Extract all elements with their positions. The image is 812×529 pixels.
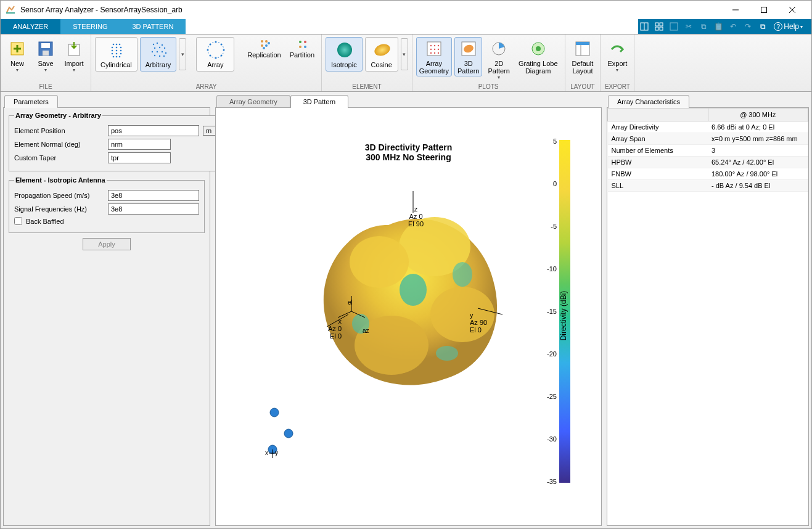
import-button[interactable]: Import▾	[61, 37, 87, 75]
svg-point-62	[299, 41, 301, 43]
apply-button[interactable]: Apply	[83, 238, 131, 250]
svg-point-66	[337, 43, 352, 57]
redo-icon[interactable]: ↷	[742, 20, 754, 33]
colorbar-label: Directivity (dBi)	[560, 291, 568, 341]
svg-point-67	[372, 42, 391, 58]
svg-point-63	[304, 41, 306, 43]
tab-steering[interactable]: STEERING	[60, 19, 120, 34]
array-gallery-dropdown[interactable]: ▾	[179, 38, 186, 70]
element-gallery-dropdown[interactable]: ▾	[401, 38, 408, 70]
svg-point-35	[156, 43, 157, 44]
undo-icon[interactable]: ↶	[727, 20, 739, 33]
3d-pattern-button[interactable]: 3D Pattern	[454, 37, 482, 76]
paste-icon[interactable]: 📋	[712, 20, 724, 33]
partition-button[interactable]: Partition	[287, 37, 318, 60]
isotropic-button[interactable]: Isotropic	[326, 37, 363, 72]
axis-y-label: yAz 90El 0	[470, 311, 487, 334]
default-layout-button[interactable]: Default Layout	[569, 37, 597, 76]
tab-3d-pattern-view[interactable]: 3D Pattern	[290, 95, 349, 108]
svg-rect-7	[655, 23, 658, 26]
legend-element: Element - Isotropic Antenna	[14, 176, 107, 184]
svg-point-39	[158, 47, 160, 48]
quick-access-toolbar: ✂ ⧉ 📋 ↶ ↷ ⧉ ?Help▾	[638, 19, 811, 34]
geom-x-label: x	[265, 449, 268, 456]
custom-taper-input[interactable]	[108, 152, 171, 163]
parameters-panel: Parameters Array Geometry - Arbitrary El…	[1, 92, 213, 528]
svg-point-46	[163, 55, 164, 57]
close-button[interactable]	[778, 1, 806, 19]
label-propagation-speed: Propagation Speed (m/s)	[14, 192, 104, 199]
tab-array-geometry-view[interactable]: Array Geometry	[216, 95, 290, 108]
table-row: HPBW65.24° Az / 42.00° El	[608, 157, 808, 168]
array-geometry-button[interactable]: Array Geometry	[416, 37, 452, 76]
minimize-button[interactable]	[721, 1, 750, 19]
axis-z-label: zAz 0El 90	[408, 205, 424, 228]
grating-lobe-button[interactable]: Grating Lobe Diagram	[515, 37, 561, 76]
arbitrary-button[interactable]: Arbitrary	[140, 37, 177, 72]
titlebar: Sensor Array Analyzer - SensorArraySessi…	[1, 1, 811, 19]
svg-point-77	[438, 52, 439, 54]
axis-el-label: el	[348, 299, 353, 306]
ribbon-group-file: New▾ Save▾ Import▾ FILE	[1, 35, 91, 91]
svg-point-58	[261, 44, 263, 47]
svg-point-48	[215, 41, 217, 43]
array-button[interactable]: Array	[196, 37, 234, 72]
svg-point-30	[120, 53, 122, 55]
svg-point-28	[112, 53, 113, 55]
tab-parameters[interactable]: Parameters	[4, 95, 58, 108]
element-normal-input[interactable]	[108, 139, 171, 150]
propagation-speed-input[interactable]	[108, 190, 199, 201]
tab-3d-pattern[interactable]: 3D PATTERN	[120, 19, 186, 34]
axis-az-label: az	[363, 327, 369, 334]
svg-point-40	[151, 51, 152, 52]
svg-point-33	[119, 56, 121, 58]
ribbon-group-plots: Array Geometry 3D Pattern 2D Pattern▾ Gr…	[412, 35, 565, 91]
label-element-position: Element Position	[14, 127, 104, 134]
colorbar-ticks: 50-5-10-15-20-25-30-35	[547, 137, 557, 485]
save-button[interactable]: Save▾	[33, 37, 59, 75]
save-icon[interactable]	[668, 20, 680, 33]
svg-rect-0	[6, 12, 15, 14]
svg-point-90	[400, 274, 427, 306]
windows-icon[interactable]: ⧉	[757, 20, 769, 33]
tab-analyzer[interactable]: ANALYZER	[1, 19, 60, 34]
back-baffled-checkbox[interactable]	[14, 217, 22, 225]
help-label: Help	[784, 22, 799, 31]
window-title: Sensor Array Analyzer - SensorArraySessi…	[20, 6, 721, 14]
svg-point-36	[161, 44, 162, 46]
help-button[interactable]: ?Help▾	[771, 22, 805, 31]
table-row: Array Directivity6.66 dBi at 0 Az; 0 El	[608, 121, 808, 133]
svg-point-71	[438, 45, 439, 46]
group-label-file: FILE	[39, 82, 52, 90]
table-row: Array Spanx=0 m y=500 mm z=866 mm	[608, 133, 808, 145]
svg-point-101	[284, 429, 293, 438]
char-header: @ 300 MHz	[708, 109, 808, 121]
svg-point-65	[304, 46, 306, 48]
copy-icon[interactable]: ⧉	[697, 20, 710, 33]
2d-pattern-button[interactable]: 2D Pattern▾	[485, 37, 512, 82]
new-button[interactable]: New▾	[4, 37, 30, 75]
svg-point-44	[154, 55, 155, 56]
element-position-input[interactable]	[108, 125, 199, 136]
svg-point-51	[207, 49, 209, 51]
svg-point-20	[116, 44, 118, 46]
signal-frequencies-input[interactable]	[108, 203, 199, 215]
svg-point-52	[221, 44, 223, 46]
svg-point-93	[436, 346, 458, 361]
cylindrical-button[interactable]: Cylindrical	[95, 37, 137, 72]
export-button[interactable]: Export▾	[604, 37, 630, 75]
plot-area[interactable]: 3D Directivity Pattern 300 MHz No Steeri…	[215, 107, 602, 526]
svg-point-31	[113, 56, 115, 58]
cosine-button[interactable]: Cosine	[365, 37, 398, 72]
layout-icon[interactable]	[638, 20, 650, 33]
legend-geometry: Array Geometry - Arbitrary	[14, 112, 102, 119]
characteristics-panel: Array Characteristics @ 300 MHz Array Di…	[604, 92, 811, 528]
cut-icon[interactable]: ✂	[683, 20, 695, 33]
characteristics-table: @ 300 MHz Array Directivity6.66 dBi at 0…	[607, 108, 808, 192]
tile-icon[interactable]	[653, 20, 665, 33]
maximize-button[interactable]	[750, 1, 778, 19]
replication-button[interactable]: Replication	[244, 37, 284, 60]
tab-array-characteristics[interactable]: Array Characteristics	[608, 95, 689, 108]
svg-point-37	[163, 47, 165, 49]
svg-point-76	[434, 52, 435, 54]
